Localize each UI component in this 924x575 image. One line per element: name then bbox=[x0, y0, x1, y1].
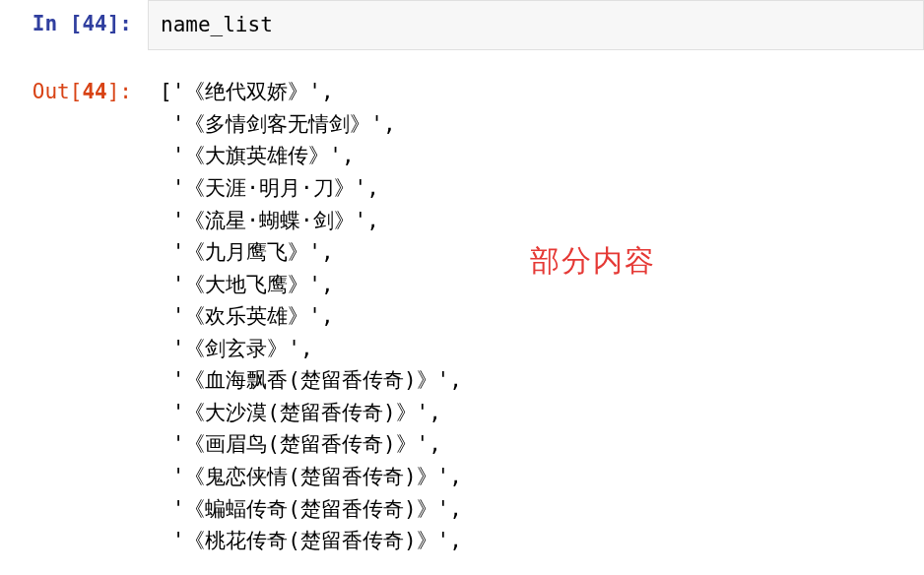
out-prompt-number: 44 bbox=[82, 80, 106, 103]
list-item: '《画眉鸟(楚留香传奇)》', bbox=[160, 428, 912, 461]
output-prompt: Out[44]: bbox=[0, 68, 148, 106]
list-item: '《天涯·明月·刀》', bbox=[160, 172, 912, 205]
list-item: ['《绝代双娇》', bbox=[160, 76, 912, 108]
output-text: ['《绝代双娇》', '《多情剑客无情剑》', '《大旗英雄传》', '《天涯·… bbox=[148, 68, 924, 556]
list-item: '《大旗英雄传》', bbox=[160, 140, 912, 172]
code-text: name_list bbox=[161, 13, 273, 36]
list-item: '《欢乐英雄》', bbox=[160, 300, 912, 333]
list-item: '《蝙蝠传奇(楚留香传奇)》', bbox=[160, 493, 912, 526]
in-prompt-suffix: ]: bbox=[107, 12, 132, 35]
in-prompt-prefix: In [ bbox=[33, 12, 83, 35]
list-item: '《桃花传奇(楚留香传奇)》', bbox=[160, 525, 912, 557]
code-input[interactable]: name_list bbox=[148, 0, 924, 50]
input-prompt: In [44]: bbox=[0, 0, 148, 38]
list-item: '《多情剑客无情剑》', bbox=[160, 108, 912, 141]
out-prompt-prefix: Out[ bbox=[33, 80, 83, 103]
annotation-label: 部分内容 bbox=[530, 241, 656, 282]
list-item: '《大沙漠(楚留香传奇)》', bbox=[160, 397, 912, 429]
list-item: '《鬼恋侠情(楚留香传奇)》', bbox=[160, 461, 912, 493]
list-item: '《剑玄录》', bbox=[160, 333, 912, 365]
output-cell: Out[44]: ['《绝代双娇》', '《多情剑客无情剑》', '《大旗英雄传… bbox=[0, 68, 924, 556]
list-item: '《血海飘香(楚留香传奇)》', bbox=[160, 364, 912, 397]
out-prompt-suffix: ]: bbox=[107, 80, 132, 103]
list-item: '《流星·蝴蝶·剑》', bbox=[160, 205, 912, 237]
input-cell: In [44]: name_list bbox=[0, 0, 924, 50]
in-prompt-number: 44 bbox=[82, 12, 106, 35]
